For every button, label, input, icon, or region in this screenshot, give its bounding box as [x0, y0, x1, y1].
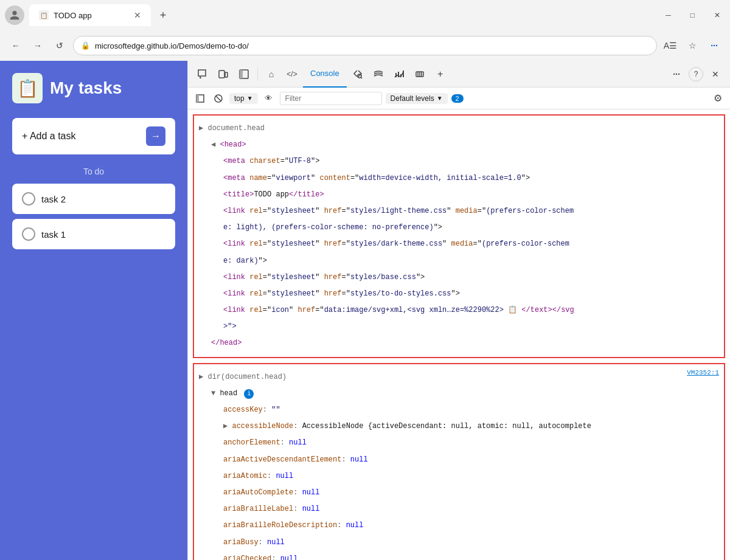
prop-ariabrillelabel: ariaBrailleLabel: null: [199, 501, 719, 517]
url-bar[interactable]: 🔒 microsoftedge.github.io/Demos/demo-to-…: [73, 36, 657, 55]
task-checkbox[interactable]: [22, 192, 35, 206]
forward-button[interactable]: →: [29, 37, 46, 54]
link-base-line: <link rel="stylesheet" href="styles/base…: [199, 269, 719, 286]
devtools-close-button[interactable]: ✕: [706, 64, 725, 84]
title-line: <title>TODO app</title>: [199, 187, 719, 203]
active-tab[interactable]: 📋 TODO app ✕: [29, 4, 151, 26]
vm-ref-link[interactable]: VM2352:1: [687, 369, 719, 376]
console-filter-input[interactable]: [280, 92, 382, 105]
prop-accesskey: accessKey: "": [199, 402, 719, 418]
live-expressions-button[interactable]: 👁: [262, 91, 276, 106]
clear-console-button[interactable]: [211, 91, 226, 106]
console-bar: top ▼ 👁 Default levels ▼ 2 ⚙: [188, 88, 730, 109]
title-bar-left: [5, 5, 24, 25]
overflow-menu-button[interactable]: ···: [667, 64, 686, 84]
tab-title: TODO app: [54, 11, 92, 20]
prop-ariaautocomplete: ariaAutoComplete: null: [199, 485, 719, 501]
refresh-button[interactable]: ↺: [51, 37, 68, 54]
collapse-arrow[interactable]: ◀: [211, 140, 215, 149]
link-light-line2: e: light), (prefers-color-scheme: no-pre…: [199, 220, 719, 236]
performance-tab[interactable]: [389, 64, 409, 84]
back-button[interactable]: ←: [7, 37, 24, 54]
prop-ariaactivedescendant: ariaActiveDescendantElement: null: [199, 452, 719, 468]
maximize-button[interactable]: □: [686, 9, 700, 22]
inspect-element-tool[interactable]: [193, 64, 212, 84]
expand-arrow-2[interactable]: ▶: [199, 373, 203, 381]
console-settings-button[interactable]: ⚙: [711, 91, 725, 106]
prop-ariabrilleroledesc: ariaBrailleRoleDescription: null: [199, 517, 719, 534]
network-tab[interactable]: [369, 64, 388, 84]
console-tab[interactable]: Console: [303, 61, 347, 88]
meta-charset-line: <meta charset="UTF-8">: [199, 153, 719, 170]
svg-line-16: [216, 96, 221, 101]
add-task-button[interactable]: + Add a task →: [12, 118, 175, 154]
expand-arrow[interactable]: ▶: [199, 124, 203, 133]
link-icon-line: <link rel="icon" href="data:image/svg+xm…: [199, 302, 719, 319]
elements-tab[interactable]: </>: [282, 64, 302, 84]
svg-rect-6: [240, 70, 243, 78]
link-light-line: <link rel="stylesheet" href="styles/ligh…: [199, 203, 719, 220]
lock-icon: 🔒: [81, 41, 90, 50]
frame-selector[interactable]: top ▼: [229, 93, 258, 104]
prop-accessiblenode: ▶ accessibleNode: AccessibleNode {active…: [199, 418, 719, 435]
log-level-arrow: ▼: [437, 95, 443, 102]
link-icon-line2: >">: [199, 319, 719, 335]
prop-ariabusy: ariaBusy: null: [199, 534, 719, 551]
svg-rect-0: [198, 70, 206, 76]
entry1-result: ◀ <head>: [199, 137, 719, 153]
dir-head-label: ▼ head i: [199, 385, 719, 402]
window-controls: ─ □ ✕: [661, 9, 725, 22]
entry2-header: ▶ dir(document.head): [199, 369, 287, 385]
log-level-selector[interactable]: Default levels ▼: [386, 93, 448, 104]
profile-avatar[interactable]: [5, 5, 24, 25]
entry1-header: ▶ document.head: [199, 120, 719, 137]
entry1-command: document.head: [207, 124, 265, 133]
add-task-arrow-icon: →: [146, 126, 165, 146]
favorites-icon[interactable]: ☆: [684, 37, 701, 54]
meta-viewport-line: <meta name="viewport" content="width=dev…: [199, 170, 719, 187]
prop-ariaatomic: ariaAtomic: null: [199, 468, 719, 485]
console-message-count: 2: [451, 94, 464, 103]
sidebar-panel-toggle[interactable]: [193, 91, 207, 106]
svg-rect-3: [219, 71, 224, 78]
log-level-label: Default levels: [391, 94, 434, 103]
info-badge: i: [244, 389, 254, 399]
link-dark-line2: e: dark)">: [199, 253, 719, 269]
close-window-button[interactable]: ✕: [709, 9, 725, 22]
reader-view-icon[interactable]: A☰: [662, 37, 679, 54]
svg-rect-4: [225, 72, 228, 77]
new-tab-button[interactable]: +: [153, 5, 173, 25]
minimize-button[interactable]: ─: [661, 9, 676, 22]
sources-tab[interactable]: [348, 64, 367, 84]
more-tabs-button[interactable]: +: [431, 64, 450, 84]
link-dark-line: <link rel="stylesheet" href="styles/dark…: [199, 236, 719, 252]
task-item[interactable]: task 1: [12, 219, 175, 249]
app-header: 📋 My tasks: [12, 73, 175, 103]
console-entry-2: ▶ dir(document.head) VM2352:1 ▼ head i a…: [193, 363, 725, 560]
memory-tab[interactable]: [410, 64, 429, 84]
svg-line-8: [361, 77, 362, 78]
app-icon: 📋: [12, 73, 43, 103]
task-checkbox[interactable]: [22, 227, 35, 241]
browser-more-icon[interactable]: ···: [706, 37, 723, 54]
home-tool[interactable]: ⌂: [262, 64, 281, 84]
tab-bar: 📋 TODO app ✕ +: [29, 4, 661, 26]
tab-close-button[interactable]: ✕: [134, 10, 141, 20]
device-toolbar-tool[interactable]: [214, 64, 233, 84]
task-label: task 1: [41, 229, 66, 240]
tab-favicon: 📋: [39, 10, 49, 20]
head-close-tag: </head>: [199, 335, 719, 351]
separator: [257, 67, 258, 81]
devtools-panel: ⌂ </> Console + ··· ?: [187, 61, 730, 560]
help-button[interactable]: ?: [689, 67, 703, 81]
section-label: To do: [12, 167, 175, 176]
sidebar-toggle-tool[interactable]: [234, 64, 254, 84]
prop-expand[interactable]: ▶: [223, 422, 228, 430]
devtools-toolbar: ⌂ </> Console + ··· ?: [188, 61, 730, 88]
task-item[interactable]: task 2: [12, 184, 175, 214]
title-bar: 📋 TODO app ✕ + ─ □ ✕: [0, 0, 730, 30]
console-content: ▶ document.head ◀ <head> <meta charset="…: [188, 109, 730, 560]
entry2-command: dir(document.head): [207, 373, 287, 381]
collapse-arrow-2[interactable]: ▼: [211, 389, 215, 398]
app-panel: 📋 My tasks + Add a task → To do task 2 t…: [0, 61, 187, 560]
